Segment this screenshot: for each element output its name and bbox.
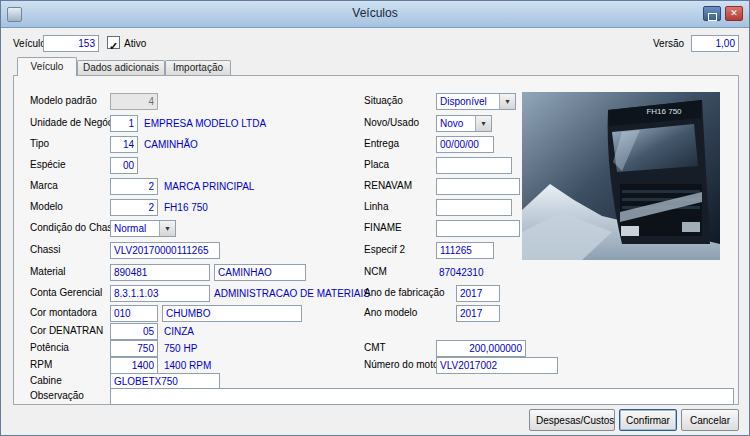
- tab-veiculo[interactable]: Veículo: [17, 57, 77, 76]
- ncm-value: 87042310: [439, 267, 484, 278]
- observacao-input[interactable]: [110, 388, 734, 405]
- form-row: Ano de fabricação: [14, 285, 738, 302]
- form-row: Observação: [14, 388, 738, 405]
- placa-label: Placa: [364, 159, 389, 170]
- veiculo-input[interactable]: [43, 35, 99, 52]
- tab-label: Dados adicionais: [83, 62, 159, 73]
- cancelar-button[interactable]: Cancelar: [681, 409, 739, 431]
- truck-badge: FH16 750: [646, 107, 682, 116]
- cmt-input[interactable]: [436, 340, 526, 357]
- tab-label: Importação: [173, 62, 223, 73]
- veiculo-label: Veículo: [13, 38, 46, 49]
- confirmar-button[interactable]: Confirmar: [619, 409, 677, 431]
- numero-motor-label: Número do motor: [364, 359, 442, 370]
- entrega-input[interactable]: [436, 136, 494, 153]
- tab-label: Veículo: [31, 61, 64, 72]
- finame-label: FINAME: [364, 222, 402, 233]
- tab-dados-adicionais[interactable]: Dados adicionais: [77, 60, 165, 75]
- chevron-down-icon: ▾: [499, 94, 515, 109]
- vehicle-photo: FH16 750: [522, 92, 720, 260]
- finame-input[interactable]: [436, 220, 520, 237]
- tab-importacao[interactable]: Importação: [165, 60, 231, 75]
- ativo-label: Ativo: [124, 38, 146, 49]
- versao-input[interactable]: [691, 35, 739, 52]
- entrega-label: Entrega: [364, 138, 399, 149]
- novo-usado-select[interactable]: Novo ▾: [436, 115, 492, 132]
- maximize-button[interactable]: [703, 6, 721, 21]
- numero-motor-input[interactable]: [436, 357, 558, 374]
- cor-denatran-label: Cor DENATRAN: [30, 325, 103, 336]
- form-row: NCM 87042310: [14, 264, 738, 281]
- form-row: Ano modelo: [14, 305, 738, 322]
- cmt-label: CMT: [364, 342, 386, 353]
- ativo-checkbox[interactable]: ✓: [107, 36, 120, 49]
- cor-denatran-input[interactable]: [110, 323, 158, 340]
- form-row: Cor DENATRAN CINZA: [14, 323, 738, 340]
- renavam-label: RENAVAM: [364, 180, 412, 191]
- especif2-input[interactable]: [436, 242, 494, 259]
- linha-input[interactable]: [436, 199, 512, 216]
- situacao-label: Situação: [364, 95, 403, 106]
- ano-modelo-label: Ano modelo: [364, 307, 417, 318]
- chevron-down-icon: ▾: [475, 116, 491, 131]
- form-row: Número do motor: [14, 357, 738, 374]
- especif2-label: Especif 2: [364, 244, 405, 255]
- truck-image: FH16 750: [522, 92, 720, 260]
- ano-fabricacao-label: Ano de fabricação: [364, 287, 445, 298]
- novo-usado-value: Novo: [440, 118, 463, 129]
- vehicle-tab-panel: Modelo padrão Unidade de Negócio EMPRESA…: [13, 75, 739, 405]
- linha-label: Linha: [364, 201, 388, 212]
- close-icon: ✕: [730, 8, 738, 18]
- situacao-value: Disponível: [440, 96, 487, 107]
- vehicle-window: Veículos ✕ Veículo ✓ Ativo Versão Veícul…: [0, 0, 750, 436]
- placa-input[interactable]: [436, 157, 512, 174]
- cabine-label: Cabine: [30, 375, 62, 386]
- observacao-label: Observação: [30, 390, 84, 401]
- renavam-input[interactable]: [436, 178, 520, 195]
- close-button[interactable]: ✕: [725, 6, 743, 21]
- titlebar[interactable]: Veículos ✕: [1, 1, 749, 28]
- despesas-custos-button[interactable]: Despesas/Custos: [529, 409, 615, 431]
- maximize-icon: [708, 13, 717, 21]
- form-row: CMT: [14, 340, 738, 357]
- window-title: Veículos: [1, 6, 749, 20]
- ano-modelo-input[interactable]: [456, 305, 500, 322]
- cor-denatran-desc: CINZA: [164, 326, 194, 337]
- novo-usado-label: Novo/Usado: [364, 117, 419, 128]
- check-icon: ✓: [109, 40, 118, 52]
- situacao-select[interactable]: Disponível ▾: [436, 93, 516, 110]
- versao-label: Versão: [653, 38, 684, 49]
- ncm-label: NCM: [364, 266, 387, 277]
- ano-fabricacao-input[interactable]: [456, 285, 500, 302]
